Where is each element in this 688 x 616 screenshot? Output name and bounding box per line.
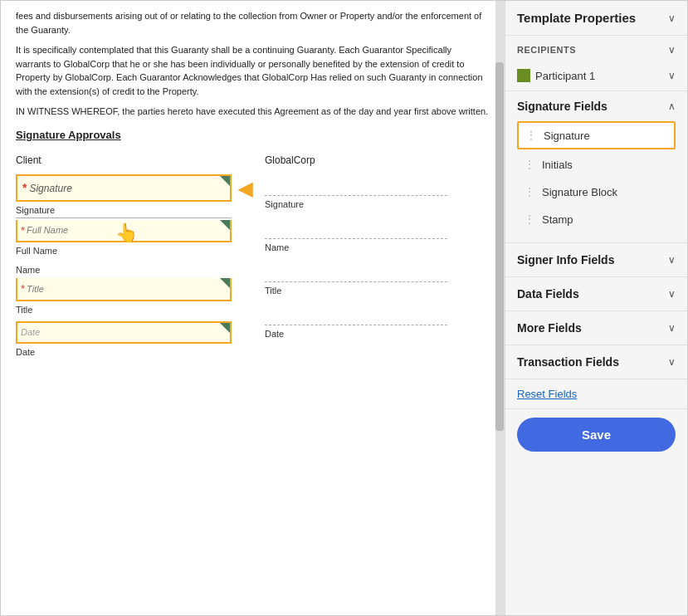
- sig-approvals-title: Signature Approvals: [16, 127, 489, 144]
- data-fields-chevron: ∨: [668, 288, 676, 300]
- drag-handle-sig-block: ⋮: [524, 185, 535, 198]
- transaction-fields-section[interactable]: Transaction Fields ∨: [505, 345, 687, 379]
- signature-field-text: Signature: [29, 181, 71, 196]
- full-name-field[interactable]: * Full Name: [16, 220, 232, 243]
- text-block-1: fees and disbursements arising out of or…: [16, 9, 489, 119]
- sig-item-signature-block-label: Signature Block: [542, 186, 617, 198]
- reset-fields-link[interactable]: Reset Fields: [517, 388, 577, 400]
- name-label: Name: [16, 263, 240, 277]
- date-field[interactable]: Date: [16, 321, 232, 344]
- title-field[interactable]: * Title: [16, 278, 232, 301]
- recipients-content: Participant 1 ∨: [505, 64, 687, 90]
- sig-fields-header[interactable]: Signature Fields ∧: [505, 91, 687, 121]
- more-fields-chevron: ∨: [668, 322, 676, 334]
- transaction-fields-label: Transaction Fields: [517, 355, 619, 369]
- title-label: Title: [16, 303, 240, 317]
- gc-signature-field: [265, 174, 447, 196]
- full-name-triangle: [220, 220, 230, 230]
- template-props-title: Template Properties: [517, 11, 636, 25]
- doc-scrollbar[interactable]: [495, 1, 504, 615]
- text-para-2: It is specifically contemplated that thi…: [16, 43, 489, 98]
- client-column: Client * Signature ◀ 👆 Signature: [16, 153, 240, 360]
- sig-item-stamp-label: Stamp: [542, 213, 573, 226]
- recipients-section: RECIPIENTS ∨ Participant 1 ∨: [505, 36, 687, 91]
- gc-name-label: Name: [265, 241, 489, 255]
- full-name-field-wrapper: * Full Name: [16, 220, 232, 243]
- sig-fields-content: ⋮ Signature ⋮ Initials ⋮ Signature Block…: [505, 121, 687, 242]
- gc-name-field: [265, 218, 447, 239]
- recipients-header[interactable]: RECIPIENTS ∨: [505, 36, 687, 64]
- transaction-fields-chevron: ∨: [668, 356, 676, 368]
- template-props-chevron: ∨: [668, 12, 676, 24]
- document-panel: fees and disbursements arising out of or…: [1, 1, 505, 615]
- data-fields-section[interactable]: Data Fields ∨: [505, 277, 687, 311]
- drag-handle-initials: ⋮: [524, 158, 535, 171]
- date-label: Date: [16, 345, 240, 359]
- date-triangle: [220, 323, 230, 333]
- right-panel: Template Properties ∨ RECIPIENTS ∨ Parti…: [505, 1, 687, 615]
- sig-item-stamp[interactable]: ⋮ Stamp: [517, 207, 676, 232]
- title-asterisk: *: [21, 281, 25, 297]
- recipient-color-box: [517, 69, 530, 82]
- gc-title-field: [265, 261, 447, 282]
- globalcorp-label: GlobalCorp: [265, 153, 489, 168]
- reset-fields-section: Reset Fields: [505, 379, 687, 409]
- more-fields-section[interactable]: More Fields ∨: [505, 311, 687, 345]
- full-name-asterisk: *: [21, 222, 25, 239]
- sig-underline-label: Signature: [16, 203, 232, 218]
- signature-field-highlighted[interactable]: * Signature: [16, 174, 232, 202]
- sig-item-initials[interactable]: ⋮ Initials: [517, 152, 676, 177]
- sig-item-signature-label: Signature: [544, 130, 590, 142]
- gc-date-label: Date: [265, 327, 489, 341]
- save-button[interactable]: Save: [517, 418, 676, 452]
- full-name-label: Full Name: [16, 244, 240, 258]
- drag-handle-signature: ⋮: [525, 129, 537, 142]
- recipient-row[interactable]: Participant 1 ∨: [517, 69, 676, 82]
- arrow-indicator: ◀: [238, 174, 252, 202]
- title-triangle: [220, 278, 230, 288]
- more-fields-label: More Fields: [517, 321, 582, 335]
- sig-fields-chevron: ∧: [668, 100, 676, 112]
- globalcorp-column: GlobalCorp Signature Name Title Date: [265, 153, 489, 360]
- required-asterisk: *: [22, 179, 27, 197]
- gc-title-label: Title: [265, 284, 489, 298]
- sig-fields-label: Signature Fields: [517, 100, 607, 113]
- title-field-text: Title: [27, 282, 44, 296]
- sig-item-signature[interactable]: ⋮ Signature: [517, 121, 676, 149]
- recipient-expand-chevron: ∨: [668, 70, 676, 81]
- template-props-header[interactable]: Template Properties ∨: [505, 1, 687, 36]
- signer-info-fields-section[interactable]: Signer Info Fields ∨: [505, 243, 687, 277]
- title-field-wrapper: * Title: [16, 278, 232, 301]
- client-label: Client: [16, 153, 240, 168]
- signer-info-chevron: ∨: [668, 254, 676, 266]
- recipients-chevron: ∨: [668, 44, 676, 56]
- recipients-label: RECIPIENTS: [517, 45, 576, 55]
- data-fields-label: Data Fields: [517, 287, 579, 301]
- signature-field-highlighted-wrapper: * Signature ◀ 👆: [16, 174, 240, 202]
- sig-item-signature-block[interactable]: ⋮ Signature Block: [517, 179, 676, 204]
- triangle-marker: [220, 176, 230, 186]
- recipient-name: Participant 1: [535, 70, 595, 82]
- text-para-1: fees and disbursements arising out of or…: [16, 9, 489, 37]
- signature-fields-section: Signature Fields ∧ ⋮ Signature ⋮ Initial…: [505, 91, 687, 243]
- text-para-3: IN WITNESS WHEREOF, the parties hereto h…: [16, 105, 489, 119]
- signer-info-label: Signer Info Fields: [517, 253, 614, 266]
- full-name-field-text: Full Name: [27, 223, 68, 237]
- gc-sig-label: Signature: [265, 198, 489, 212]
- sig-item-initials-label: Initials: [542, 159, 573, 171]
- gc-date-field: [265, 304, 447, 325]
- drag-handle-stamp: ⋮: [524, 213, 535, 226]
- scrollbar-thumb[interactable]: [495, 62, 504, 431]
